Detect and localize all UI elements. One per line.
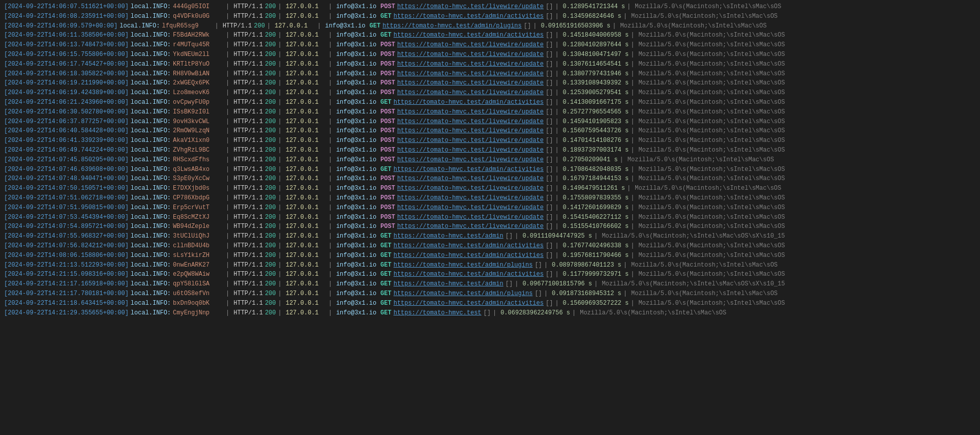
log-url[interactable]: https://tomato-hmvc.test/admin/activitie… [394,12,544,21]
log-protocol: HTTP/1.1 [233,156,263,164]
log-timing: 0.12804102897644 s [563,41,629,49]
log-url[interactable]: https://tomato-hmvc.test/admin/plugins [394,289,533,298]
log-domain: info@3x1.io [336,50,376,59]
log-session: ovCpwyFU0p [173,98,224,107]
log-timestamp: [2024-09-22T14:21:15.098316+00:00] [4,270,129,279]
log-url[interactable]: https://tomato-hmvc.test/livewire/update [397,127,544,135]
log-status: 200 [265,127,276,135]
log-session: 0nwEnARK27 [173,261,224,270]
log-level: local.INFO: [131,146,171,155]
log-bracket: [] [546,3,553,11]
log-pipe1: | [493,309,496,317]
log-url[interactable]: https://tomato-hmvc.test/livewire/update [397,118,544,126]
log-url[interactable]: https://tomato-hmvc.test/admin/activitie… [394,251,544,260]
log-line: [2024-09-22T14:06:13.748473+00:00] local… [0,40,980,50]
log-pipe2: | [631,31,634,40]
log-timestamp: [2024-09-22T14:07:53.454394+00:00] [4,213,129,222]
log-url[interactable]: https://tomato-hmvc.test/livewire/update [397,184,544,193]
log-url[interactable]: https://tomato-hmvc.test/admin/plugins [394,261,533,270]
log-status: 200 [265,242,276,250]
log-ua: Mozilla/5.0\s(Macintosh;\sIntel\sMac\sOS [638,270,785,279]
log-timing: 0.1289541721344 s [563,3,625,11]
log-url[interactable]: https://tomato-hmvc.test/livewire/update [397,156,544,164]
log-status: 200 [265,108,276,117]
log-bracket: [] [546,156,553,164]
log-ip: 127.0.0.1 [286,108,326,117]
log-timing: 0.27050209041 s [563,156,618,164]
log-url[interactable]: https://tomato-hmvc.test/livewire/update [397,204,544,212]
log-pipe2: | [631,175,634,183]
log-domain: info@3x1.io [336,194,376,202]
log-sep2: | [278,79,281,88]
log-domain: info@3x1.io [336,204,376,212]
log-sep3: | [329,309,332,317]
log-sep1: | [226,242,229,250]
log-pipe1: | [555,79,558,88]
log-bracket: [] [546,146,553,155]
log-ua: Mozilla/5.0\s(Macintosh;\sIntel\sMac\sOS [628,156,774,164]
log-timestamp: [2024-09-22T14:06:19.424389+00:00] [4,89,129,97]
log-timestamp: [2024-09-22T14:06:09.579+00:00] [4,22,117,31]
log-line: [2024-09-22T14:06:18.305822+00:00] local… [0,69,980,79]
log-url[interactable]: https://tomato-hmvc.test/livewire/update [397,70,544,78]
log-ip: 127.0.0.1 [286,79,326,88]
log-url[interactable]: https://tomato-hmvc.test/admin/plugins [382,22,522,31]
log-url[interactable]: https://tomato-hmvc.test/livewire/update [397,41,544,49]
log-timing: 0.134596824646 s [563,12,621,21]
log-url[interactable]: https://tomato-hmvc.test/admin/activitie… [394,98,544,107]
log-ip: 127.0.0.1 [275,22,315,31]
log-url[interactable]: https://tomato-hmvc.test/admin [394,280,503,288]
log-ip: 127.0.0.1 [286,136,326,145]
log-url[interactable]: https://tomato-hmvc.test/livewire/update [397,194,544,202]
log-url[interactable]: https://tomato-hmvc.test/admin/activitie… [394,165,544,174]
log-url[interactable]: https://tomato-hmvc.test/livewire/update [397,50,544,59]
log-timestamp: [2024-09-22T14:21:18.643415+00:00] [4,299,129,308]
log-ua: Mozilla/5.0\s(Macintosh;\sIntel\sMac\sOS [631,289,778,298]
log-bracket: [] [546,175,553,183]
log-url[interactable]: https://tomato-hmvc.test/admin/activitie… [394,270,544,279]
log-pipe2: | [631,98,634,107]
log-sep1: | [226,289,229,298]
log-pipe2: | [631,146,634,155]
log-sep1: | [226,204,229,212]
log-pipe1: | [555,213,558,222]
log-pipe2: | [631,242,634,250]
log-url[interactable]: https://tomato-hmvc.test/admin/activitie… [394,299,544,308]
log-status: 200 [265,41,276,49]
log-pipe2: | [620,156,623,164]
log-pipe1: | [555,108,558,117]
log-session: lfquR65sg9 [162,22,213,31]
log-status: 200 [265,289,276,298]
log-url[interactable]: https://tomato-hmvc.test/livewire/update [397,60,544,69]
log-url[interactable]: https://tomato-hmvc.test/livewire/update [397,108,544,117]
log-timing: 0.13807797431946 s [563,70,629,78]
log-pipe1: | [555,118,558,126]
log-url[interactable]: https://tomato-hmvc.test/livewire/update [397,222,544,231]
log-url[interactable]: https://tomato-hmvc.test [394,309,482,317]
log-url[interactable]: https://tomato-hmvc.test/livewire/update [397,89,544,97]
log-url[interactable]: https://tomato-hmvc.test/livewire/update [397,213,544,222]
log-pipe1: | [555,251,558,260]
log-ua: Mozilla/5.0\s(Macintosh;\sIntel\sMac\sOS [638,136,785,145]
log-url[interactable]: https://tomato-hmvc.test/livewire/update [397,146,544,155]
log-line: [2024-09-22T14:07:50.150571+00:00] local… [0,184,980,193]
log-url[interactable]: https://tomato-hmvc.test/livewire/update [397,3,544,11]
log-pipe2: | [623,289,627,298]
log-sep2: | [278,156,281,164]
log-session: r4MUTqu45R [173,41,224,49]
log-timing: 0.13048100471497 s [563,50,629,59]
log-method: GET [380,165,392,174]
log-url[interactable]: https://tomato-hmvc.test/livewire/update [397,175,544,183]
log-url[interactable]: https://tomato-hmvc.test/admin/activitie… [394,31,544,40]
log-url[interactable]: https://tomato-hmvc.test/livewire/update [397,79,544,88]
log-bracket: [] [534,261,542,270]
log-sep1: | [226,12,229,21]
log-bracket: [] [546,136,553,145]
log-pipe2: | [627,3,631,11]
log-url[interactable]: https://tomato-hmvc.test/admin [394,232,503,241]
log-timing: 0.13391089439392 s [563,79,629,88]
log-url[interactable]: https://tomato-hmvc.test/livewire/update [397,136,544,145]
log-bracket: [] [546,70,553,78]
log-pipe2: | [631,50,634,59]
log-url[interactable]: https://tomato-hmvc.test/admin/activitie… [394,242,544,250]
